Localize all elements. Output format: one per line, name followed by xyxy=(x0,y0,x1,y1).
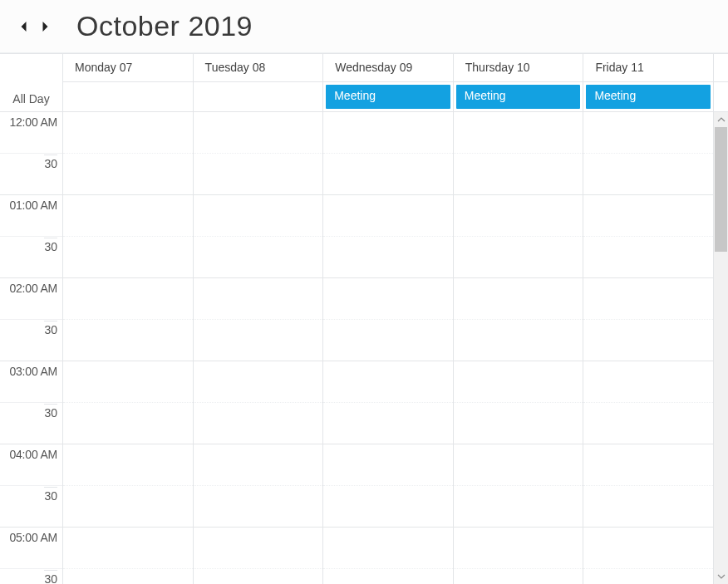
time-slot[interactable] xyxy=(323,154,453,195)
time-slot[interactable] xyxy=(63,154,193,195)
time-half-label: 30 xyxy=(0,569,62,584)
next-button[interactable] xyxy=(37,18,53,35)
time-slot[interactable] xyxy=(583,320,713,361)
chevron-left-icon xyxy=(19,21,28,32)
allday-cell[interactable] xyxy=(63,82,194,111)
allday-event[interactable]: Meeting xyxy=(586,85,711,109)
time-slot[interactable] xyxy=(454,112,583,154)
allday-cell[interactable]: Meeting xyxy=(323,82,454,111)
time-slot[interactable] xyxy=(454,528,583,569)
time-slot[interactable] xyxy=(454,195,583,237)
allday-cells: Meeting Meeting Meeting xyxy=(63,82,713,112)
day-column[interactable] xyxy=(323,112,454,584)
day-header[interactable]: Thursday 10 xyxy=(454,54,584,81)
time-slot[interactable] xyxy=(194,569,323,584)
time-slot[interactable] xyxy=(454,569,583,584)
time-slot[interactable] xyxy=(323,403,453,444)
time-slot[interactable] xyxy=(194,112,323,154)
time-slot[interactable] xyxy=(323,528,453,569)
time-slot[interactable] xyxy=(63,361,193,403)
time-slot[interactable] xyxy=(454,320,583,361)
time-slot[interactable] xyxy=(583,528,713,569)
time-slot[interactable] xyxy=(194,154,323,195)
time-slot[interactable] xyxy=(323,486,453,528)
time-slot[interactable] xyxy=(63,569,193,584)
scroll-up-button[interactable] xyxy=(714,112,728,127)
time-slot[interactable] xyxy=(454,361,583,403)
time-half-label: 30 xyxy=(0,486,62,528)
allday-row: All Day Meeting Meeting Meeting xyxy=(0,82,728,112)
time-slot[interactable] xyxy=(323,237,453,278)
time-hour-group: 05:00 AM 30 xyxy=(0,528,62,584)
time-hour-group: 01:00 AM 30 xyxy=(0,195,62,278)
day-header[interactable]: Monday 07 xyxy=(63,54,194,81)
time-slot[interactable] xyxy=(454,486,583,528)
time-slot[interactable] xyxy=(454,278,583,320)
time-slot[interactable] xyxy=(323,195,453,237)
time-slot[interactable] xyxy=(583,112,713,154)
time-slot[interactable] xyxy=(194,320,323,361)
time-slot[interactable] xyxy=(454,403,583,444)
scroll-down-button[interactable] xyxy=(714,569,728,584)
time-slot[interactable] xyxy=(63,528,193,569)
time-slot[interactable] xyxy=(63,486,193,528)
time-slot[interactable] xyxy=(454,444,583,486)
allday-cell[interactable]: Meeting xyxy=(454,82,584,111)
time-slot[interactable] xyxy=(583,444,713,486)
scroll-thumb[interactable] xyxy=(715,127,727,252)
time-slot[interactable] xyxy=(583,361,713,403)
time-slot[interactable] xyxy=(194,278,323,320)
time-slot[interactable] xyxy=(583,486,713,528)
time-slot[interactable] xyxy=(194,195,323,237)
time-slot[interactable] xyxy=(454,237,583,278)
day-column[interactable] xyxy=(583,112,713,584)
time-slot[interactable] xyxy=(194,486,323,528)
time-slot[interactable] xyxy=(323,361,453,403)
vertical-scrollbar[interactable] xyxy=(713,112,728,584)
time-slot[interactable] xyxy=(323,320,453,361)
time-slot[interactable] xyxy=(323,444,453,486)
time-slot[interactable] xyxy=(323,278,453,320)
time-hour-label: 04:00 AM xyxy=(0,444,62,486)
time-slot[interactable] xyxy=(583,569,713,584)
day-column[interactable] xyxy=(454,112,584,584)
allday-label: All Day xyxy=(0,82,63,112)
time-slot[interactable] xyxy=(194,403,323,444)
day-header-cells: Monday 07 Tuesday 08 Wednesday 09 Thursd… xyxy=(63,54,713,82)
allday-cell[interactable]: Meeting xyxy=(583,82,713,111)
time-slot[interactable] xyxy=(194,237,323,278)
time-slot[interactable] xyxy=(63,403,193,444)
day-header[interactable]: Friday 11 xyxy=(583,54,713,81)
allday-event[interactable]: Meeting xyxy=(456,85,581,109)
scrollbar-allday-spacer xyxy=(713,82,728,112)
time-grid: 12:00 AM 30 01:00 AM 30 02:00 AM 30 03:0… xyxy=(0,112,728,584)
prev-button[interactable] xyxy=(15,18,32,35)
day-header[interactable]: Tuesday 08 xyxy=(194,54,324,81)
time-slot[interactable] xyxy=(583,403,713,444)
calendar-toolbar: October 2019 xyxy=(0,0,728,53)
time-slot[interactable] xyxy=(194,444,323,486)
time-slot[interactable] xyxy=(583,278,713,320)
time-slot[interactable] xyxy=(63,237,193,278)
time-slot[interactable] xyxy=(194,528,323,569)
time-hour-group: 02:00 AM 30 xyxy=(0,278,62,361)
time-slot[interactable] xyxy=(583,195,713,237)
time-slot[interactable] xyxy=(63,278,193,320)
time-slot[interactable] xyxy=(583,237,713,278)
time-slot[interactable] xyxy=(323,569,453,584)
time-slot[interactable] xyxy=(63,112,193,154)
day-column[interactable] xyxy=(194,112,324,584)
allday-cell[interactable] xyxy=(194,82,324,111)
time-slot[interactable] xyxy=(583,154,713,195)
time-slot[interactable] xyxy=(63,195,193,237)
time-slot[interactable] xyxy=(454,154,583,195)
allday-event[interactable]: Meeting xyxy=(326,85,450,109)
day-column[interactable] xyxy=(63,112,194,584)
time-hour-label: 12:00 AM xyxy=(0,112,62,154)
scroll-track[interactable] xyxy=(714,127,728,569)
time-slot[interactable] xyxy=(63,320,193,361)
time-slot[interactable] xyxy=(323,112,453,154)
time-slot[interactable] xyxy=(63,444,193,486)
day-header[interactable]: Wednesday 09 xyxy=(323,54,454,81)
time-slot[interactable] xyxy=(194,361,323,403)
